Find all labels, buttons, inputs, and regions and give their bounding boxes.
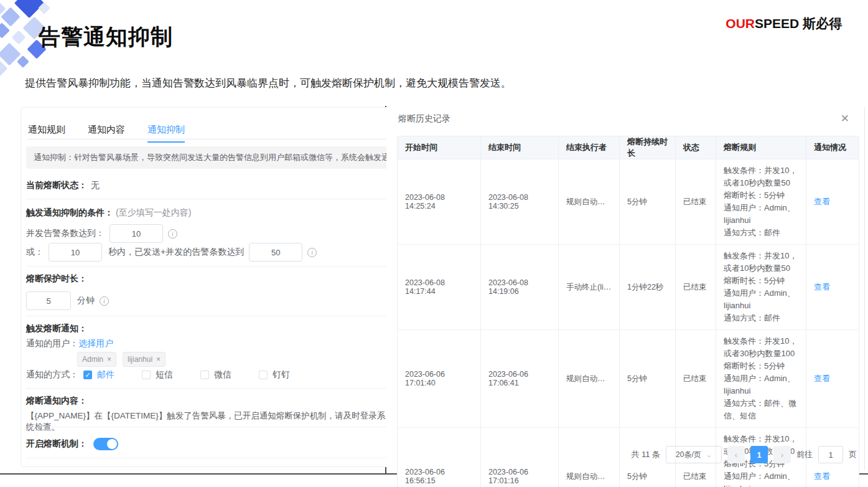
method-email[interactable]: ✓ 邮件: [83, 369, 114, 381]
protect-duration-title-row: 熔断保护时长：: [26, 273, 87, 285]
tab-notify-rules[interactable]: 通知规则: [28, 124, 65, 143]
page-description: 提供告警风暴抑制功能，当通知告警数达到风暴临界点时，可触发熔断保护机制，避免大规…: [25, 76, 635, 90]
checkbox-icon[interactable]: [200, 371, 209, 379]
cell-notify: 查看: [806, 330, 859, 428]
cell-end: 2023-06-06 17:06:41: [481, 330, 559, 428]
rule-line: 通知用户：Admin、lijianhui: [724, 202, 798, 227]
view-link[interactable]: 查看: [814, 374, 830, 383]
enable-fuse-toggle[interactable]: [93, 438, 118, 450]
view-link[interactable]: 查看: [814, 282, 830, 291]
current-status-label: 当前熔断状态：: [26, 180, 87, 191]
brand-red-part: OUR: [726, 16, 755, 31]
toggle-knob: [107, 439, 117, 449]
cell-duration: 1分钟22秒: [620, 245, 676, 330]
current-page-button[interactable]: 1: [750, 446, 768, 463]
method-sms-label: 短信: [156, 369, 173, 381]
cell-rule: 触发条件：并发10，或者30秒内数量100 熔断时长：5分钟 通知用户：Admi…: [716, 330, 806, 428]
enable-fuse-row: 开启熔断机制：: [26, 437, 118, 452]
method-wechat[interactable]: 微信: [200, 369, 231, 381]
user-tag-label: Admin: [82, 355, 103, 364]
method-wechat-label: 微信: [214, 369, 231, 381]
cell-executor: 规则自动结束: [559, 428, 620, 487]
page-size-select[interactable]: 20条/页 ⌄: [666, 446, 722, 463]
method-email-label: 邮件: [97, 369, 114, 381]
section-divider: [26, 316, 386, 316]
fuse-history-title: 熔断历史记录: [398, 113, 450, 125]
cell-status: 已结束: [676, 245, 716, 330]
next-page-button[interactable]: ›: [773, 446, 791, 463]
cell-start: 2023-06-06 16:56:15: [398, 428, 481, 487]
section-divider: [26, 458, 386, 458]
cell-notify: 查看: [806, 245, 859, 330]
cell-start: 2023-06-06 17:01:40: [398, 330, 481, 428]
section-divider: [26, 388, 386, 389]
page-title: 告警通知抑制: [39, 22, 173, 52]
user-tags-row: Admin × lijianhui ×: [77, 352, 172, 367]
select-users-link[interactable]: 选择用户: [78, 338, 113, 349]
current-status-row: 当前熔断状态： 无: [26, 180, 100, 191]
info-icon: i: [307, 248, 317, 257]
cell-start: 2023-06-08 14:17:44: [398, 245, 481, 330]
tag-close-icon[interactable]: ×: [156, 355, 161, 364]
suppression-info-banner: 通知抑制：针对告警风暴场景，导致突然间发送大量的告警信息到用户邮箱或微信等，系统…: [26, 146, 386, 169]
checkbox-checked-icon[interactable]: ✓: [83, 371, 92, 379]
notify-methods-row: 通知的方式： ✓ 邮件 短信 微信 钉钉: [26, 369, 317, 381]
rule-line: 熔断时长：5分钟: [724, 189, 798, 202]
condition-title: 触发通知抑制的条件：: [26, 207, 113, 219]
protect-duration-input[interactable]: 5: [26, 291, 71, 310]
cell-rule: 触发条件：并发10，或者10秒内数量50 熔断时长：5分钟 通知用户：Admin…: [716, 245, 806, 330]
tab-notify-content[interactable]: 通知内容: [88, 124, 125, 143]
section-divider: [26, 199, 386, 199]
cell-end: 2023-06-08 14:19:06: [481, 245, 559, 330]
goto-page-input[interactable]: 1: [818, 446, 843, 463]
concurrent-label: 并发告警条数达到：: [26, 228, 105, 239]
rule-line: 熔断时长：5分钟: [724, 275, 798, 287]
table-row: 2023-06-08 14:17:44 2023-06-08 14:19:06 …: [398, 245, 859, 330]
cell-start: 2023-06-08 14:25:24: [398, 159, 481, 245]
rule-line: 通知用户：Admin、lijianhui: [724, 470, 798, 487]
view-link[interactable]: 查看: [814, 197, 830, 206]
tag-close-icon[interactable]: ×: [107, 355, 111, 364]
protect-duration-row: 5 分钟 i: [26, 287, 109, 314]
condition-hint: (至少填写一处内容): [116, 207, 191, 219]
col-notify: 通知情况: [806, 136, 859, 159]
checkbox-icon[interactable]: [259, 371, 268, 379]
sent-count-input[interactable]: 50: [249, 243, 302, 262]
section-divider: [26, 427, 386, 427]
method-dingtalk[interactable]: 钉钉: [259, 369, 290, 381]
protect-duration-unit: 分钟: [77, 295, 95, 306]
enable-fuse-label: 开启熔断机制：: [26, 438, 87, 450]
prev-page-button[interactable]: ‹: [727, 446, 745, 463]
method-sms[interactable]: 短信: [142, 369, 173, 381]
pagination-bar: 共 11 条 20条/页 ⌄ ‹ 1 › 前往 1 页: [625, 446, 857, 463]
cell-duration: 5分钟: [620, 159, 676, 245]
close-icon[interactable]: ✕: [841, 113, 849, 124]
table-row: 2023-06-06 17:01:40 2023-06-06 17:06:41 …: [398, 330, 859, 428]
checkbox-icon[interactable]: [142, 371, 151, 379]
col-start-time: 开始时间: [398, 136, 481, 159]
cell-executor: 手动终止(lijia...: [559, 245, 620, 330]
chevron-down-icon: ⌄: [706, 451, 712, 459]
info-icon: i: [100, 296, 109, 306]
rule-line: 触发条件：并发10，或者30秒内数量100: [724, 335, 798, 360]
cell-status: 已结束: [676, 330, 716, 428]
col-end-time: 结束时间: [481, 136, 559, 159]
page-unit-label: 页: [849, 449, 857, 460]
rule-line: 通知方式：邮件: [724, 312, 798, 324]
seconds-input[interactable]: 10: [49, 243, 102, 262]
suppression-settings-card: 通知规则 通知内容 通知抑制 通知抑制：针对告警风暴场景，导致突然间发送大量的告…: [21, 107, 386, 467]
brand-rest-part: SPEED 斯必得: [755, 16, 842, 31]
view-link[interactable]: 查看: [814, 471, 830, 481]
rule-line: 通知用户：Admin、lijianhui: [724, 372, 798, 397]
pagination-total: 共 11 条: [631, 449, 660, 460]
method-dingtalk-label: 钉钉: [273, 369, 290, 381]
cell-executor: 规则自动结束: [559, 159, 620, 245]
table-row: 2023-06-08 14:25:24 2023-06-08 14:30:25 …: [398, 159, 859, 245]
fuse-content-text: 【{APP_NAME}】在【{DATETIME}】触发了告警风暴，已开启通知熔断…: [26, 410, 386, 433]
cell-notify: 查看: [806, 159, 859, 245]
fuse-content-title-row: 熔断通知内容：: [26, 395, 87, 407]
rule-line: 通知用户：Admin、lijianhui: [724, 287, 798, 312]
tab-notify-suppression[interactable]: 通知抑制: [147, 124, 185, 143]
col-status: 状态: [676, 136, 716, 159]
cell-executor: 规则自动结束: [559, 330, 620, 428]
